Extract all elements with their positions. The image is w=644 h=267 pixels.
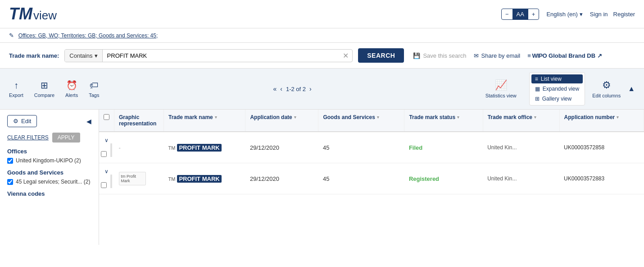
gear-icon: ⚙ [602, 79, 611, 91]
font-decrease-button[interactable]: − [502, 9, 513, 19]
vienna-filter: Vienna codes [7, 190, 91, 197]
list-view-label: List view [541, 76, 562, 82]
apply-button[interactable]: APPLY [52, 133, 80, 143]
alerts-label: Alerts [65, 92, 78, 98]
app-date-col: Application date ▾ [245, 110, 318, 132]
next-page-button[interactable]: › [309, 85, 312, 92]
clear-search-button[interactable]: ✕ [339, 50, 352, 62]
expanded-icon: ▦ [535, 86, 540, 92]
wipo-logo: ≡ WIPO [527, 52, 547, 59]
goods-label-45: 45 Legal services; Securit... (2) [16, 179, 90, 185]
breadcrumb: ✎ Offices: GB, WO; Territories: GB; Good… [0, 28, 644, 43]
toolbar-left: ↑ Export ⊞ Compare ⏰ Alerts 🏷 Tags [9, 80, 99, 98]
select-all-col [99, 110, 114, 132]
save-search-action[interactable]: 💾 Save this search [413, 52, 466, 59]
list-view-option[interactable]: ≡ List view [531, 74, 583, 83]
wipo-link[interactable]: ≡ WIPO Global Brand DB ↗ [527, 52, 602, 59]
expanded-view-label: Expanded view [543, 86, 579, 92]
external-link-icon: ↗ [597, 52, 602, 59]
expanded-view-option[interactable]: ▦ Expanded view [531, 84, 583, 93]
row-expand-button[interactable]: ∨ [104, 137, 109, 143]
breadcrumb-link[interactable]: Offices: GB, WO; Territories: GB; Goods … [18, 32, 158, 39]
graphic-cell: tm Profit Mark [114, 163, 164, 194]
search-label: Trade mark name: [9, 52, 59, 59]
goods-cell: 45 [318, 163, 404, 194]
row-checkbox[interactable] [101, 151, 107, 157]
app-number-cell: UK00003572883 [559, 163, 644, 194]
table-area: Graphic representation Trade mark name ▾… [99, 110, 644, 245]
gallery-view-option[interactable]: ⊞ Gallery view [531, 94, 583, 103]
sort-icon: ▾ [294, 115, 296, 120]
office-cell: United Kin... [483, 163, 559, 194]
email-icon: ✉ [474, 52, 479, 59]
status-cell: Filed [404, 132, 483, 163]
tm-name: PROFIT MARK [177, 175, 221, 183]
goods-title: Goods and Services [7, 169, 91, 176]
sort-icon: ▾ [377, 115, 379, 120]
edit-columns-tool[interactable]: ⚙ Edit columns [592, 79, 621, 98]
alerts-icon: ⏰ [66, 80, 77, 91]
sort-icon: ▾ [617, 115, 619, 120]
statistics-label: Statistics view [485, 93, 517, 98]
sign-in-link[interactable]: Sign in [590, 11, 608, 18]
office-checkbox-ukipo[interactable] [7, 158, 13, 164]
results-table: Graphic representation Trade mark name ▾… [99, 110, 644, 194]
save-icon: 💾 [413, 52, 420, 59]
alerts-tool[interactable]: ⏰ Alerts [65, 80, 78, 98]
sort-icon: ▾ [457, 115, 459, 120]
filter-type-label: Contains [69, 52, 92, 59]
tags-tool[interactable]: 🏷 Tags [89, 80, 99, 98]
edit-button[interactable]: ⚙ Edit [7, 115, 37, 127]
trademark-name-cell: TMPROFIT MARK [164, 132, 245, 163]
font-normal-button[interactable]: AA [513, 9, 528, 19]
trademark-name-col: Trade mark name ▾ [164, 110, 245, 132]
export-tool[interactable]: ↑ Export [9, 80, 23, 98]
register-link[interactable]: Register [613, 11, 635, 18]
language-selector[interactable]: English (en) ▾ [546, 11, 582, 18]
save-search-label: Save this search [423, 52, 466, 59]
statistics-view-tool[interactable]: 📈 Statistics view [485, 79, 517, 98]
share-email-action[interactable]: ✉ Share by email [474, 52, 521, 59]
goods-checkbox-45[interactable] [7, 179, 13, 185]
edit-icon: ✎ [9, 32, 14, 39]
first-page-button[interactable]: « [273, 85, 277, 92]
logo: TM view [9, 5, 57, 23]
goods-filter-item-45: 45 Legal services; Securit... (2) [7, 179, 91, 185]
statistics-icon: 📈 [495, 79, 507, 91]
row-expand-button[interactable]: ∨ [104, 168, 109, 175]
row-checkbox[interactable] [101, 182, 107, 188]
search-button[interactable]: SEARCH [358, 48, 404, 63]
office-label-ukipo: United Kingdom-UKIPO (2) [16, 157, 81, 164]
clear-filters-button[interactable]: CLEAR FILTERS [7, 133, 49, 143]
header: TM view − AA + English (en) ▾ Sign in Re… [0, 0, 644, 28]
status-cell: Registered [404, 163, 483, 194]
pagination-label: 1-2 of 2 [286, 86, 306, 92]
search-bar: Trade mark name: Contains ▾ ✕ SEARCH 💾 S… [0, 43, 644, 69]
edit-label: Edit [21, 118, 31, 124]
toolbar: ↑ Export ⊞ Compare ⏰ Alerts 🏷 Tags « ‹ 1… [0, 69, 644, 110]
row-divider [110, 175, 112, 188]
search-input[interactable] [103, 50, 340, 62]
toolbar-right: 📈 Statistics view ≡ List view ▦ Expanded… [485, 72, 635, 106]
search-actions: 💾 Save this search ✉ Share by email ≡ WI… [413, 52, 602, 59]
list-icon: ≡ [535, 76, 538, 82]
goods-cell: 45 [318, 132, 404, 163]
back-arrow-button[interactable]: ◀ [86, 118, 91, 125]
toolbar-center: « ‹ 1-2 of 2 › [99, 85, 485, 92]
filter-type-dropdown[interactable]: Contains ▾ [65, 50, 102, 62]
compare-tool[interactable]: ⊞ Compare [34, 80, 54, 98]
offices-title: Offices [7, 148, 91, 155]
share-email-label: Share by email [481, 52, 521, 59]
app-number-cell: UK00003572858 [559, 132, 644, 163]
select-all-checkbox[interactable] [104, 114, 109, 120]
font-increase-button[interactable]: + [528, 9, 539, 19]
gear-icon: ⚙ [13, 118, 18, 124]
app-date-cell: 29/12/2020 [245, 132, 318, 163]
offices-filter: Offices United Kingdom-UKIPO (2) [7, 148, 91, 164]
compare-label: Compare [34, 92, 54, 98]
sort-icon: ▾ [215, 115, 217, 120]
collapse-button[interactable]: ▲ [628, 85, 635, 93]
table-row: ∨ - TMPROFIT MARK 29/12/2020 45 Filed Un… [99, 132, 644, 163]
export-label: Export [9, 92, 23, 98]
prev-page-button[interactable]: ‹ [280, 85, 282, 92]
